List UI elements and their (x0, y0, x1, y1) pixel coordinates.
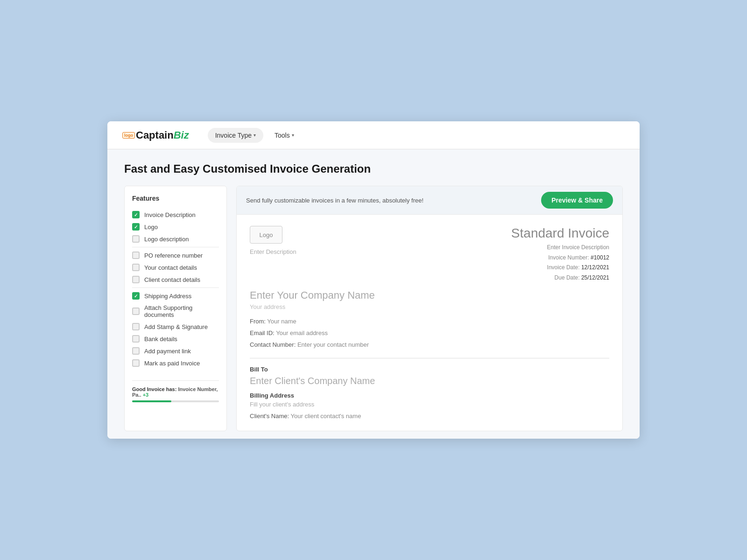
email-value[interactable]: Your email address (276, 329, 328, 336)
invoice-date-value: 12/12/2021 (581, 264, 609, 271)
section-divider (250, 358, 609, 358)
feature-item-po-reference[interactable]: PO reference number (132, 247, 219, 261)
client-name-row: Client's Name: Your client contact's nam… (250, 413, 609, 420)
logo-captain-text: Captain (136, 129, 174, 141)
feature-item-shipping-address[interactable]: Shipping Address (132, 287, 219, 302)
feature-item-invoice-description[interactable]: Invoice Description (132, 209, 219, 221)
features-list: Invoice DescriptionLogoLogo descriptionP… (132, 209, 219, 369)
navbar: logo CaptainBiz Invoice Type ▾ Tools ▾ (107, 121, 640, 149)
feature-item-attach-docs[interactable]: Attach Supporting documents (132, 302, 219, 321)
enter-description[interactable]: Enter Description (250, 248, 296, 255)
progress-bar-background (132, 400, 219, 402)
feature-label-payment-link: Add payment link (144, 348, 191, 355)
checkbox-shipping-address[interactable] (132, 292, 140, 300)
feature-label-stamp-signature: Add Stamp & Signature (144, 323, 208, 330)
feature-item-your-contact[interactable]: Your contact details (132, 261, 219, 273)
nav-menu: Invoice Type ▾ Tools ▾ (208, 128, 302, 143)
contact-label: Contact Number: (250, 341, 296, 348)
checkbox-client-contact[interactable] (132, 276, 140, 283)
from-label: From: (250, 318, 266, 325)
logo-biz-text: Biz (174, 129, 189, 141)
page-title: Fast and Easy Customised Invoice Generat… (124, 162, 623, 175)
feature-item-stamp-signature[interactable]: Add Stamp & Signature (132, 321, 219, 333)
invoice-top-left: Logo Enter Description (250, 226, 296, 255)
feature-item-client-contact[interactable]: Client contact details (132, 273, 219, 286)
tools-label: Tools (275, 132, 290, 139)
nav-invoice-type[interactable]: Invoice Type ▾ (208, 128, 263, 143)
logo-placeholder[interactable]: Logo (250, 226, 282, 244)
contact-details: From: Your name Email ID: Your email add… (250, 316, 609, 350)
client-name-label: Client's Name: (250, 413, 289, 420)
contact-value[interactable]: Enter your contact number (297, 341, 369, 348)
features-panel: Features Invoice DescriptionLogoLogo des… (124, 186, 227, 431)
checkbox-stamp-signature[interactable] (132, 323, 140, 330)
feature-label-shipping-address: Shipping Address (144, 293, 191, 300)
content-layout: Features Invoice DescriptionLogoLogo des… (124, 186, 623, 431)
feature-item-logo[interactable]: Logo (132, 221, 219, 233)
feature-label-bank-details: Bank details (144, 336, 177, 343)
invoice-date-row: Invoice Date: 12/12/2021 (511, 263, 609, 273)
invoice-top: Logo Enter Description Standard Invoice … (250, 226, 609, 283)
good-invoice-bar: Good Invoice has: Invoice Number, Pa.. +… (132, 380, 219, 402)
checkbox-logo[interactable] (132, 223, 140, 231)
chevron-down-icon: ▾ (254, 133, 256, 138)
checkbox-attach-docs[interactable] (132, 308, 140, 315)
feature-label-mark-paid: Mark as paid Invoice (144, 360, 200, 367)
company-name-placeholder[interactable]: Enter Your Company Name (250, 289, 609, 301)
invoice-number-label: Invoice Number: (548, 254, 589, 261)
good-invoice-label: Good Invoice has: Invoice Number, Pa.. +… (132, 386, 219, 398)
invoice-body: Logo Enter Description Standard Invoice … (237, 215, 622, 431)
invoice-banner-text: Send fully customizable invoices in a fe… (246, 197, 423, 204)
preview-share-button[interactable]: Preview & Share (541, 192, 613, 209)
client-name-value[interactable]: Your client contact's name (291, 413, 361, 420)
feature-item-payment-link[interactable]: Add payment link (132, 345, 219, 357)
company-section: Enter Your Company Name Your address (250, 289, 609, 310)
feature-label-attach-docs: Attach Supporting documents (144, 304, 219, 318)
bill-to-section: Bill To Enter Client's Company Name Bill… (250, 366, 609, 420)
client-company-placeholder[interactable]: Enter Client's Company Name (250, 376, 609, 386)
logo-badge: logo (122, 132, 135, 139)
checkbox-po-reference[interactable] (132, 252, 140, 259)
due-date-label: Due Date: (555, 274, 580, 281)
invoice-top-right: Standard Invoice Enter Invoice Descripti… (511, 226, 609, 283)
due-date-row: Due Date: 25/12/2021 (511, 273, 609, 283)
good-invoice-more[interactable]: +3 (143, 392, 149, 398)
checkbox-invoice-description[interactable] (132, 211, 140, 218)
invoice-type-title: Standard Invoice (511, 226, 609, 241)
bill-to-label: Bill To (250, 366, 609, 373)
feature-label-invoice-description: Invoice Description (144, 211, 196, 218)
checkbox-payment-link[interactable] (132, 347, 140, 355)
progress-bar-fill (132, 400, 171, 402)
main-content: Fast and Easy Customised Invoice Generat… (107, 149, 640, 439)
feature-item-bank-details[interactable]: Bank details (132, 333, 219, 345)
checkbox-logo-description[interactable] (132, 235, 140, 243)
feature-item-logo-description[interactable]: Logo description (132, 233, 219, 245)
features-title: Features (132, 195, 219, 202)
good-invoice-text: Good Invoice has: (132, 386, 176, 392)
feature-label-logo: Logo (144, 224, 158, 231)
feature-label-client-contact: Client contact details (144, 276, 200, 283)
from-value[interactable]: Your name (267, 318, 296, 325)
invoice-banner: Send fully customizable invoices in a fe… (237, 186, 622, 215)
checkbox-bank-details[interactable] (132, 335, 140, 343)
invoice-description-label: Enter Invoice Description (547, 244, 609, 251)
due-date-value: 25/12/2021 (581, 274, 609, 281)
feature-item-mark-paid[interactable]: Mark as paid Invoice (132, 357, 219, 369)
logo-text: CaptainBiz (136, 129, 189, 141)
company-address[interactable]: Your address (250, 303, 609, 310)
checkbox-mark-paid[interactable] (132, 359, 140, 367)
invoice-number-row: Invoice Number: #10012 (511, 253, 609, 263)
from-row: From: Your name (250, 316, 609, 328)
invoice-type-label: Invoice Type (215, 132, 252, 139)
invoice-meta: Enter Invoice Description Invoice Number… (511, 243, 609, 283)
nav-tools[interactable]: Tools ▾ (267, 128, 302, 143)
checkbox-your-contact[interactable] (132, 264, 140, 271)
invoice-area: Send fully customizable invoices in a fe… (236, 186, 623, 431)
billing-address-value[interactable]: Fill your client's address (250, 401, 609, 408)
contact-row: Contact Number: Enter your contact numbe… (250, 339, 609, 351)
feature-label-your-contact: Your contact details (144, 264, 197, 271)
email-label: Email ID: (250, 329, 275, 336)
chevron-down-icon: ▾ (292, 133, 294, 138)
email-row: Email ID: Your email address (250, 328, 609, 339)
invoice-description-meta: Enter Invoice Description (511, 243, 609, 253)
